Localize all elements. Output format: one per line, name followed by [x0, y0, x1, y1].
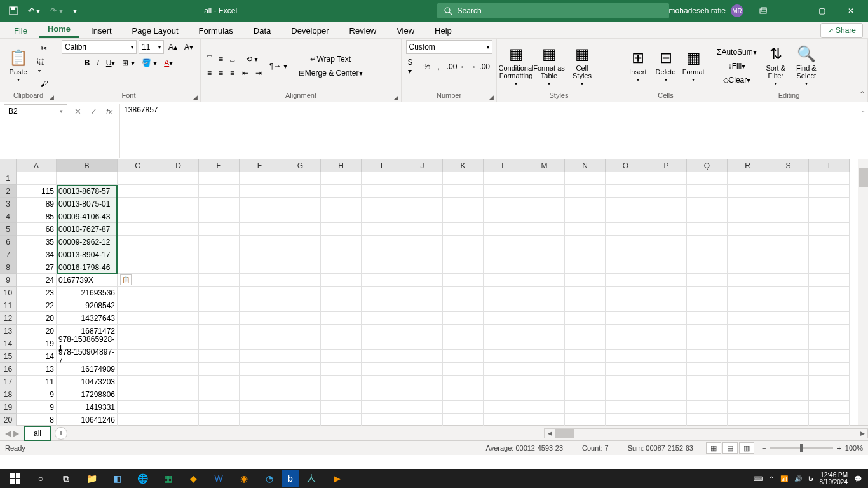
bold-button[interactable]: B: [82, 57, 93, 69]
cell[interactable]: [362, 198, 402, 210]
cell[interactable]: [443, 198, 484, 210]
delete-cells-button[interactable]: ⊟Delete▾: [653, 44, 679, 88]
increase-indent-button[interactable]: ⇥: [253, 67, 264, 79]
align-middle-button[interactable]: ≡: [216, 53, 226, 65]
tab-help[interactable]: Help: [426, 24, 461, 38]
fill-button[interactable]: ↓ Fill ▾: [714, 60, 759, 72]
new-sheet-button[interactable]: +: [55, 427, 67, 440]
cell[interactable]: [443, 388, 484, 401]
cell[interactable]: [606, 236, 646, 248]
cell[interactable]: [158, 287, 199, 299]
cell[interactable]: [687, 248, 728, 261]
cell[interactable]: [484, 299, 524, 312]
align-top-button[interactable]: ⎴: [205, 53, 214, 65]
cell[interactable]: [280, 401, 321, 414]
cell[interactable]: [606, 337, 646, 350]
copy-button[interactable]: ⿻ ▾: [35, 56, 53, 76]
cell[interactable]: [280, 172, 321, 185]
cell[interactable]: [687, 236, 728, 248]
cell[interactable]: 89: [17, 198, 57, 210]
cell[interactable]: [118, 248, 158, 261]
page-break-view-button[interactable]: ▥: [739, 442, 754, 454]
volume-icon[interactable]: 🔊: [794, 475, 802, 482]
cell[interactable]: [280, 210, 321, 223]
cell[interactable]: [565, 414, 606, 426]
tab-view[interactable]: View: [388, 24, 423, 38]
cell[interactable]: [768, 248, 809, 261]
sheet-tab-all[interactable]: all: [24, 426, 51, 441]
notifications-icon[interactable]: 💬: [854, 475, 862, 482]
cell[interactable]: [809, 401, 850, 414]
cell[interactable]: [606, 172, 646, 185]
align-bottom-button[interactable]: ⎵: [227, 53, 237, 65]
cell[interactable]: [565, 388, 606, 401]
cell[interactable]: [768, 261, 809, 274]
cell[interactable]: 9: [17, 388, 57, 401]
format-painter-button[interactable]: 🖌: [35, 78, 53, 90]
column-header[interactable]: F: [240, 159, 280, 172]
cell[interactable]: [280, 223, 321, 236]
cell[interactable]: [768, 337, 809, 350]
cell[interactable]: [158, 414, 199, 426]
cell[interactable]: 16174909: [57, 363, 118, 376]
cell[interactable]: [484, 248, 524, 261]
cell[interactable]: [728, 223, 768, 236]
cell[interactable]: [158, 350, 199, 363]
cell[interactable]: [402, 287, 443, 299]
cell[interactable]: [240, 312, 280, 325]
font-color-button[interactable]: A ▾: [161, 57, 175, 69]
cell[interactable]: [402, 414, 443, 426]
percent-button[interactable]: %: [421, 60, 433, 73]
cell[interactable]: [768, 312, 809, 325]
align-left-button[interactable]: ≡: [205, 67, 214, 79]
cell[interactable]: [728, 172, 768, 185]
cell[interactable]: 11: [17, 376, 57, 388]
cell[interactable]: [809, 261, 850, 274]
cell[interactable]: [768, 223, 809, 236]
cell[interactable]: [687, 210, 728, 223]
cell[interactable]: [687, 274, 728, 287]
orientation-button[interactable]: ⟲ ▾: [240, 53, 264, 65]
tab-insert[interactable]: Insert: [82, 24, 121, 38]
cell[interactable]: [118, 350, 158, 363]
cell[interactable]: [362, 223, 402, 236]
cell[interactable]: [118, 414, 158, 426]
cell[interactable]: [240, 236, 280, 248]
cell[interactable]: [565, 198, 606, 210]
cell[interactable]: [362, 312, 402, 325]
cell[interactable]: [321, 248, 362, 261]
cell[interactable]: [443, 299, 484, 312]
cell[interactable]: [524, 414, 565, 426]
cell[interactable]: [646, 198, 687, 210]
cell[interactable]: [646, 299, 687, 312]
cell[interactable]: 10473203: [57, 376, 118, 388]
cancel-formula-button[interactable]: ✕: [72, 107, 83, 116]
cell[interactable]: [646, 350, 687, 363]
cell[interactable]: [321, 236, 362, 248]
column-header[interactable]: J: [402, 159, 443, 172]
cell[interactable]: [565, 185, 606, 198]
cell[interactable]: [240, 223, 280, 236]
cell[interactable]: [606, 312, 646, 325]
cell[interactable]: [321, 223, 362, 236]
cell[interactable]: [768, 376, 809, 388]
cell[interactable]: 00016-1798-46: [57, 261, 118, 274]
cell[interactable]: [158, 388, 199, 401]
clock[interactable]: 12:46 PM 8/19/2024: [820, 471, 848, 485]
cell[interactable]: [118, 223, 158, 236]
cell[interactable]: [362, 210, 402, 223]
cell[interactable]: [524, 325, 565, 337]
cell[interactable]: [362, 236, 402, 248]
formula-bar[interactable]: 13867857: [119, 104, 858, 158]
cell[interactable]: [240, 172, 280, 185]
cell[interactable]: [809, 210, 850, 223]
cell[interactable]: [809, 248, 850, 261]
task-view-icon[interactable]: ⧉: [53, 469, 79, 488]
cell[interactable]: [484, 388, 524, 401]
cell[interactable]: [443, 401, 484, 414]
column-header[interactable]: Q: [687, 159, 728, 172]
cell[interactable]: [565, 325, 606, 337]
cell[interactable]: [565, 350, 606, 363]
cell[interactable]: [402, 223, 443, 236]
cell[interactable]: [443, 350, 484, 363]
